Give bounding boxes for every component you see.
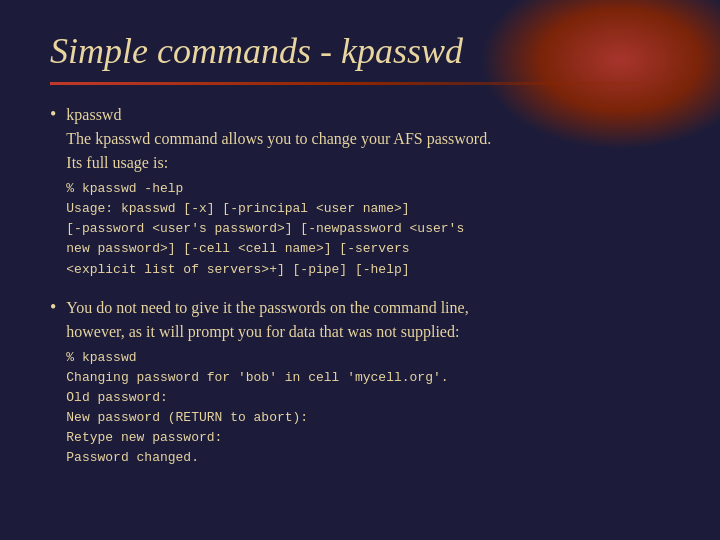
bullet-1-body: kpasswdThe kpasswd command allows you to… [66,103,491,280]
bullet-dot-2: • [50,297,56,318]
title-underline [50,82,670,85]
bullet-2-intro: You do not need to give it the passwords… [66,296,468,344]
bullet-1-code: % kpasswd -help Usage: kpasswd [-x] [-pr… [66,179,491,280]
bullet-2-code: % kpasswd Changing password for 'bob' in… [66,348,468,469]
slide-title: Simple commands - kpasswd [50,30,670,72]
slide-content: • kpasswdThe kpasswd command allows you … [50,103,670,510]
list-item: • You do not need to give it the passwor… [50,296,670,469]
list-item: • kpasswdThe kpasswd command allows you … [50,103,670,280]
bullet-1-intro: kpasswdThe kpasswd command allows you to… [66,103,491,175]
slide: Simple commands - kpasswd • kpasswdThe k… [0,0,720,540]
bullet-2-body: You do not need to give it the passwords… [66,296,468,469]
bullet-dot-1: • [50,104,56,125]
